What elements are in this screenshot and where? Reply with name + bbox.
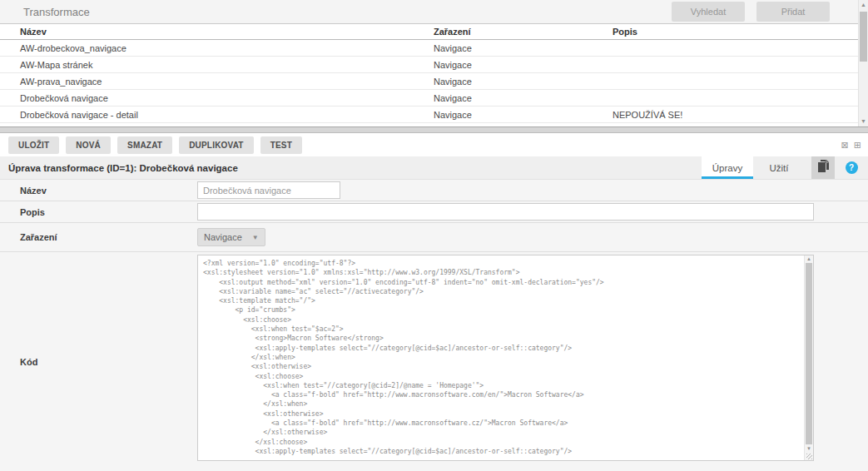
cell-nazev: Drobečková navigace	[0, 93, 434, 103]
delete-button[interactable]: SMAZAT	[117, 136, 172, 154]
code-scrollbar[interactable]: ▲ ▼	[804, 255, 813, 460]
cell-zarazeni: Navigace	[434, 77, 613, 87]
column-header-nazev[interactable]: Název	[0, 27, 434, 37]
scroll-down-icon[interactable]: ▼	[805, 446, 813, 452]
editor-header: Úprava transformace (ID=1): Drobečková n…	[0, 156, 868, 180]
cell-nazev: AW-drobeckova_navigace	[0, 43, 434, 53]
form-row-popis: Popis	[0, 201, 868, 223]
table-row[interactable]: Drobečková navigace Navigace	[0, 90, 868, 107]
cell-popis: NEPOUŽÍVÁ SE!	[613, 110, 868, 120]
list-scrollbar[interactable]: ▲ ▼	[858, 0, 868, 126]
cell-nazev: AW-prava_navigace	[0, 77, 434, 87]
table-row[interactable]: AW-drobeckova_navigace Navigace	[0, 40, 868, 57]
scroll-up-icon[interactable]: ▲	[805, 256, 813, 262]
action-toolbar: ULOŽIT NOVÁ SMAZAT DUPLIKOVAT TEST ⊠ ⊞	[0, 133, 868, 156]
search-button[interactable]: Vyhledat	[672, 2, 745, 22]
tab-upravy[interactable]: Úpravy	[702, 156, 753, 179]
kod-textarea[interactable]: <?xml version="1.0" encoding="utf-8"?> <…	[197, 255, 814, 461]
scroll-down-icon[interactable]: ▼	[859, 118, 868, 125]
kod-label: Kód	[0, 252, 197, 471]
add-button[interactable]: Přidat	[756, 2, 830, 22]
cell-nazev: Drobečková navigace - detail	[0, 110, 434, 120]
zarazeni-label: Zařazení	[0, 223, 197, 251]
popis-label: Popis	[0, 201, 197, 222]
table-header-row: Název Zařazení Popis	[0, 24, 868, 40]
cell-zarazeni: Navigace	[434, 93, 613, 103]
popis-input[interactable]	[197, 203, 814, 221]
column-header-zarazeni[interactable]: Zařazení	[434, 27, 613, 37]
form-row-kod: Kód <?xml version="1.0" encoding="utf-8"…	[0, 252, 868, 471]
collapse-icon[interactable]: ⊠	[841, 141, 849, 150]
table-row[interactable]: AW-prava_navigace Navigace	[0, 73, 868, 90]
table-row[interactable]: AW-Mapa stránek Navigace	[0, 57, 868, 73]
resize-handle[interactable]	[806, 453, 813, 460]
transformations-table: Název Zařazení Popis AW-drobeckova_navig…	[0, 24, 868, 126]
expand-icon[interactable]: ⊞	[854, 141, 861, 150]
scrollbar-thumb[interactable]	[806, 263, 812, 444]
cell-zarazeni: Navigace	[434, 43, 613, 53]
table-row[interactable]: Drobečková navigace - detail Navigace NE…	[0, 107, 868, 123]
form-row-zarazeni: Zařazení Navigace ▼	[0, 223, 868, 252]
save-button[interactable]: ULOŽIT	[8, 136, 59, 154]
cell-zarazeni: Navigace	[434, 110, 613, 120]
copy-icon	[817, 159, 830, 176]
page-header: Transformace Vyhledat Přidat	[0, 0, 868, 24]
help-wrap: ?	[835, 156, 868, 179]
code-editor-wrap: <?xml version="1.0" encoding="utf-8"?> <…	[197, 255, 814, 461]
new-button[interactable]: NOVÁ	[66, 136, 111, 154]
zarazeni-select[interactable]: Navigace ▼	[197, 228, 265, 246]
cell-nazev: AW-Mapa stránek	[0, 60, 434, 70]
column-header-popis[interactable]: Popis	[613, 27, 868, 37]
copy-button[interactable]	[811, 156, 835, 179]
tab-uziti[interactable]: Užití	[753, 156, 805, 179]
editor-title: Úprava transformace (ID=1): Drobečková n…	[0, 156, 702, 179]
help-icon[interactable]: ?	[846, 161, 858, 174]
transformations-admin-page: Transformace Vyhledat Přidat Název Zařaz…	[0, 0, 868, 471]
page-title: Transformace	[23, 6, 660, 18]
scrollbar-thumb[interactable]	[860, 12, 867, 62]
scroll-up-icon[interactable]: ▲	[859, 2, 868, 8]
pane-splitter[interactable]	[0, 126, 868, 133]
chevron-down-icon: ▼	[252, 234, 259, 241]
nazev-input[interactable]	[197, 181, 340, 199]
cell-zarazeni: Navigace	[434, 60, 613, 70]
duplicate-button[interactable]: DUPLIKOVAT	[179, 136, 254, 154]
nazev-label: Název	[0, 180, 197, 201]
test-button[interactable]: TEST	[260, 136, 302, 154]
zarazeni-selected-value: Navigace	[204, 232, 242, 242]
table-spacer	[0, 123, 868, 126]
form-row-nazev: Název	[0, 180, 868, 201]
